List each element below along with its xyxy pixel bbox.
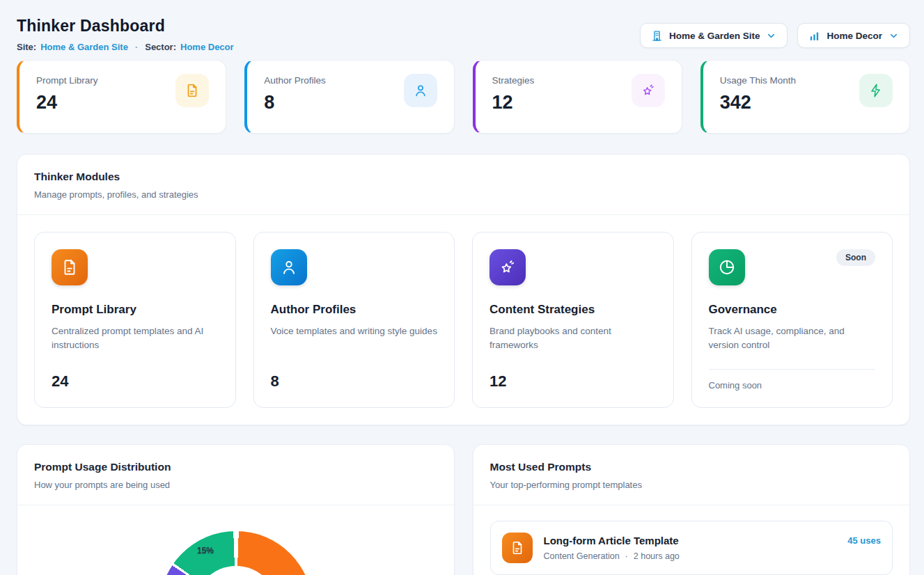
- module-description: Voice templates and writing style guides: [271, 324, 438, 338]
- sector-picker-button[interactable]: Home Decor: [797, 23, 910, 48]
- stat-card-prompt-library: Prompt Library 24: [17, 60, 226, 134]
- module-card-content-strategies[interactable]: Content Strategies Brand playbooks and c…: [472, 232, 674, 408]
- prompt-time: 2 hours ago: [634, 551, 680, 561]
- donut-segment-label: 15%: [197, 546, 214, 556]
- stat-card-usage: Usage This Month 342: [700, 60, 910, 134]
- coming-soon-text: Coming soon: [709, 380, 876, 391]
- stat-card-author-profiles: Author Profiles 8: [244, 60, 454, 134]
- prompt-info: Long-form Article Template Content Gener…: [544, 535, 837, 561]
- modules-header: Thinker Modules Manage prompts, profiles…: [17, 155, 909, 214]
- dot-separator: ·: [135, 42, 138, 52]
- chevron-down-icon: [766, 31, 776, 41]
- document-icon: [175, 74, 209, 107]
- chevron-down-icon: [888, 31, 899, 41]
- stat-card-strategies: Strategies 12: [473, 60, 682, 134]
- divider: [709, 369, 876, 370]
- stats-row: Prompt Library 24 Author Profiles 8 Stra…: [17, 60, 910, 134]
- prompt-uses-count: 45 uses: [847, 535, 881, 546]
- modules-subtitle: Manage prompts, profiles, and strategies: [34, 189, 893, 200]
- prompt-usage-distribution-card: Prompt Usage Distribution How your promp…: [17, 444, 455, 575]
- donut-chart[interactable]: 15%: [159, 531, 313, 575]
- module-title: Governance: [709, 303, 876, 317]
- modules-title: Thinker Modules: [34, 171, 893, 183]
- site-picker-label: Home & Garden Site: [669, 31, 760, 41]
- dot-separator: ·: [625, 551, 628, 561]
- prompt-title: Long-form Article Template: [544, 535, 837, 546]
- site-link[interactable]: Home & Garden Site: [40, 42, 128, 52]
- title-block: Thinker Dashboard Site: Home & Garden Si…: [17, 17, 234, 52]
- bar-chart-icon: [808, 30, 820, 42]
- module-title: Content Strategies: [490, 303, 657, 317]
- module-description: Track AI usage, compliance, and version …: [709, 324, 876, 353]
- sector-label: Sector:: [145, 42, 176, 52]
- most-used-subtitle: Your top-performing prompt templates: [490, 480, 893, 490]
- pie-chart-icon: [709, 249, 745, 285]
- sparkle-icon: [490, 249, 526, 285]
- prompt-list: Long-form Article Template Content Gener…: [473, 505, 910, 575]
- bottom-row: Prompt Usage Distribution How your promp…: [17, 444, 910, 575]
- module-card-author-profiles[interactable]: Author Profiles Voice templates and writ…: [253, 232, 455, 408]
- usage-chart-subtitle: How your prompts are being used: [34, 480, 437, 490]
- module-title: Prompt Library: [52, 303, 219, 317]
- most-used-prompts-card: Most Used Prompts Your top-performing pr…: [473, 444, 911, 575]
- sector-picker-label: Home Decor: [827, 31, 882, 41]
- most-used-header: Most Used Prompts Your top-performing pr…: [473, 445, 910, 505]
- prompt-list-item[interactable]: Long-form Article Template Content Gener…: [490, 521, 893, 575]
- module-title: Author Profiles: [271, 303, 438, 317]
- module-description: Brand playbooks and content frameworks: [490, 324, 657, 353]
- chart-area: 15%: [17, 505, 454, 575]
- prompt-meta: Content Generation · 2 hours ago: [544, 551, 837, 561]
- page-title: Thinker Dashboard: [17, 17, 234, 36]
- document-icon: [52, 249, 88, 285]
- module-grid: Prompt Library Centralized prompt templa…: [17, 215, 909, 425]
- user-icon: [271, 249, 307, 285]
- soon-badge: Soon: [836, 249, 875, 266]
- site-label: Site:: [17, 42, 36, 52]
- thinker-modules-panel: Thinker Modules Manage prompts, profiles…: [17, 154, 910, 425]
- sector-link[interactable]: Home Decor: [180, 42, 234, 52]
- module-value: 24: [52, 372, 219, 391]
- building-icon: [651, 30, 663, 42]
- bolt-icon: [859, 74, 893, 107]
- usage-chart-title: Prompt Usage Distribution: [34, 461, 437, 473]
- topbar: Thinker Dashboard Site: Home & Garden Si…: [17, 17, 910, 52]
- module-value: 12: [490, 372, 657, 391]
- usage-chart-header: Prompt Usage Distribution How your promp…: [17, 445, 454, 505]
- most-used-title: Most Used Prompts: [490, 461, 893, 473]
- module-description: Centralized prompt templates and AI inst…: [52, 324, 219, 353]
- module-card-prompt-library[interactable]: Prompt Library Centralized prompt templa…: [34, 232, 236, 408]
- document-icon: [502, 533, 533, 563]
- prompt-category: Content Generation: [544, 551, 620, 561]
- site-picker-button[interactable]: Home & Garden Site: [640, 23, 788, 48]
- module-card-governance[interactable]: Soon Governance Track AI usage, complian…: [691, 232, 893, 408]
- sparkle-icon: [632, 74, 665, 107]
- site-line: Site: Home & Garden Site · Sector: Home …: [17, 42, 234, 52]
- picker-group: Home & Garden Site Home Decor: [640, 23, 910, 48]
- user-icon: [404, 74, 437, 107]
- module-value: 8: [271, 372, 438, 391]
- dashboard-page: Thinker Dashboard Site: Home & Garden Si…: [0, 0, 924, 575]
